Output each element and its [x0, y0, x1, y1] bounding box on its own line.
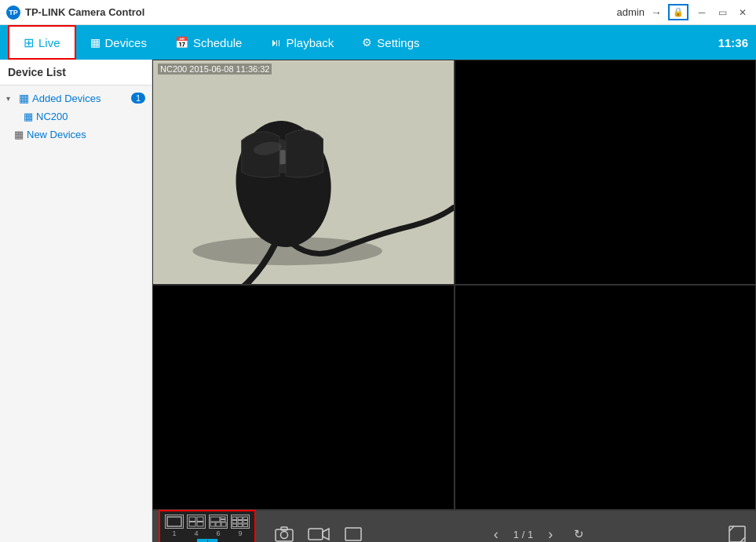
svg-rect-8 [197, 517, 203, 522]
nav-items: ⊞ Live ▦ Devices 📅 Schedule ⏯ Playback ⚙… [8, 25, 434, 60]
svg-rect-6 [167, 517, 181, 526]
video-timestamp: NC200 2015-06-08 11:36:32 [158, 64, 272, 75]
svg-rect-24 [238, 524, 243, 527]
refresh-button[interactable]: ↻ [568, 523, 590, 542]
username: admin [617, 6, 645, 18]
layout-6-label: 6 [216, 529, 220, 537]
svg-rect-16 [221, 522, 226, 526]
layout-4-button[interactable]: 4 [187, 515, 206, 537]
login-icon: → [651, 6, 662, 19]
svg-rect-12 [221, 517, 225, 519]
svg-rect-14 [210, 522, 215, 526]
mouse-scene [153, 60, 454, 284]
lock-button[interactable]: 🔒 [668, 4, 688, 20]
camera-icon: ▦ [24, 111, 33, 122]
svg-rect-13 [221, 519, 225, 522]
nav-settings[interactable]: ⚙ Settings [348, 25, 433, 60]
nav-devices[interactable]: ▦ Devices [76, 25, 161, 60]
sidebar-title: Device List [0, 60, 152, 85]
layout-4-icon [187, 515, 206, 529]
expand-button[interactable] [725, 522, 750, 542]
live-icon: ⊞ [24, 35, 34, 50]
svg-rect-17 [232, 517, 237, 520]
layout-9-button[interactable]: 9 [231, 515, 250, 537]
restore-button[interactable]: ▭ [715, 5, 729, 20]
layout-6-button[interactable]: 6 [209, 515, 228, 537]
layout-9-icon [231, 515, 250, 529]
camera-feed-svg [153, 60, 454, 284]
clock: 11:36 [718, 36, 748, 49]
next-page-button[interactable]: › [539, 523, 561, 542]
toolbar-buttons [272, 522, 366, 542]
svg-rect-20 [232, 520, 237, 523]
settings-icon: ⚙ [362, 36, 372, 49]
nav-devices-label: Devices [105, 36, 147, 49]
app-logo: TP [6, 5, 20, 20]
svg-rect-25 [243, 524, 248, 527]
current-layout-icon[interactable] [197, 539, 217, 542]
new-devices-folder-icon: ▦ [14, 129, 24, 140]
layout-4-label: 4 [194, 529, 198, 537]
close-button[interactable]: ✕ [736, 5, 750, 20]
app-title-area: TP TP-LINK Camera Control [6, 5, 144, 20]
page-nav: ‹ 1 / 1 › ↻ [485, 523, 590, 542]
layout-options-row: 1 4 [165, 515, 250, 537]
nav-playback[interactable]: ⏯ Playback [256, 25, 348, 60]
page-separator: / [522, 529, 528, 540]
page-total: 1 [528, 529, 533, 540]
nav-settings-label: Settings [377, 36, 419, 49]
video-cell-4[interactable] [455, 285, 757, 510]
added-devices-item[interactable]: ▾ ▦ Added Devices 1 [0, 89, 152, 107]
new-devices-label: New Devices [27, 129, 86, 140]
layout-selector: 1 4 [159, 510, 256, 542]
current-layout-row [197, 539, 217, 542]
new-devices-item[interactable]: ▦ New Devices [0, 125, 152, 144]
svg-rect-18 [238, 517, 243, 520]
svg-point-27 [281, 532, 288, 539]
fullscreen-cell-button[interactable] [341, 522, 366, 542]
svg-rect-7 [189, 517, 195, 522]
snapshot-button[interactable] [272, 522, 297, 542]
nc200-label: NC200 [36, 111, 68, 122]
svg-rect-15 [216, 522, 221, 526]
page-current: 1 [513, 529, 519, 540]
record-button[interactable] [306, 522, 331, 542]
svg-rect-19 [243, 517, 248, 520]
layout-1-label: 1 [172, 529, 176, 537]
video-cell-3[interactable] [152, 285, 455, 510]
page-info: 1 / 1 [513, 529, 533, 540]
minimize-button[interactable]: ─ [695, 5, 709, 20]
layout-6-icon [209, 515, 228, 529]
nav-live-label: Live [38, 36, 60, 49]
svg-rect-9 [189, 522, 195, 526]
video-cell-2[interactable] [455, 60, 757, 285]
layout-1-button[interactable]: 1 [165, 515, 184, 537]
svg-rect-31 [345, 528, 361, 540]
svg-rect-10 [197, 522, 203, 526]
nav-bar: ⊞ Live ▦ Devices 📅 Schedule ⏯ Playback ⚙… [0, 25, 756, 60]
added-devices-label: Added Devices [32, 93, 128, 104]
svg-marker-30 [323, 529, 329, 540]
svg-rect-21 [238, 520, 243, 523]
nav-schedule[interactable]: 📅 Schedule [161, 25, 257, 60]
added-devices-badge: 1 [131, 93, 145, 104]
bottom-toolbar: 1 4 [152, 510, 756, 542]
playback-icon: ⏯ [270, 36, 281, 49]
nav-live[interactable]: ⊞ Live [8, 25, 76, 60]
layout-1-icon [165, 515, 184, 529]
devices-icon: ▦ [90, 36, 100, 49]
nav-playback-label: Playback [286, 36, 334, 49]
app-title: TP-LINK Camera Control [25, 6, 144, 18]
nav-schedule-label: Schedule [193, 36, 243, 49]
expand-icon: ▾ [6, 94, 16, 103]
device-tree: ▾ ▦ Added Devices 1 ▦ NC200 ▦ New Device… [0, 85, 152, 147]
video-cell-1[interactable]: NC200 2015-06-08 11:36:32 [152, 60, 455, 285]
nc200-item[interactable]: ▦ NC200 [0, 107, 152, 125]
schedule-icon: 📅 [175, 36, 188, 49]
main-area: Device List ▾ ▦ Added Devices 1 ▦ NC200 … [0, 60, 756, 542]
svg-rect-23 [232, 524, 237, 527]
video-content: NC200 2015-06-08 11:36:32 [152, 60, 756, 542]
folder-icon: ▦ [19, 92, 29, 104]
sidebar: Device List ▾ ▦ Added Devices 1 ▦ NC200 … [0, 60, 152, 542]
prev-page-button[interactable]: ‹ [485, 523, 507, 542]
